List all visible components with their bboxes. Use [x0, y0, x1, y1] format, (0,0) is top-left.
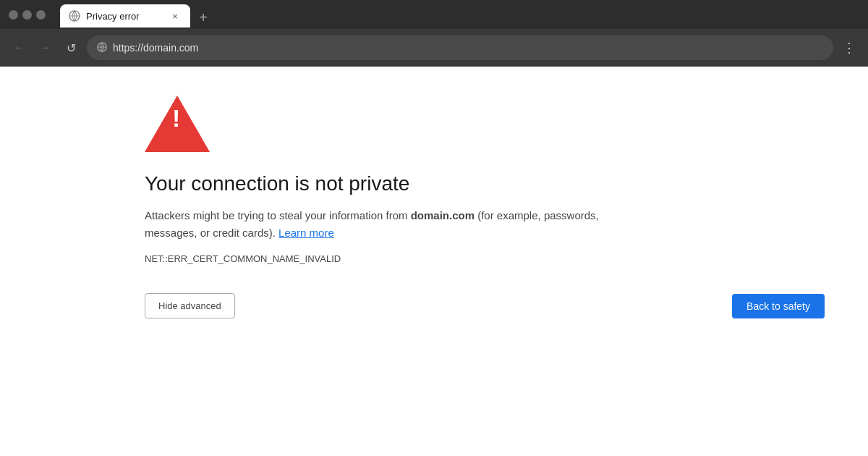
back-to-safety-button[interactable]: Back to safety: [732, 294, 825, 318]
url-text: https://domain.com: [113, 42, 198, 54]
window-dot-maximize[interactable]: [36, 10, 46, 20]
description-domain: domain.com: [411, 209, 475, 221]
tab-title: Privacy error: [86, 11, 163, 22]
exclamation-mark: !: [172, 106, 180, 130]
new-tab-button[interactable]: +: [193, 7, 213, 28]
title-bar: Privacy error × +: [0, 0, 868, 29]
browser-chrome: Privacy error × + ← → ↺ https://domain.c…: [0, 0, 868, 67]
url-globe-icon: [97, 42, 107, 54]
address-bar: ← → ↺ https://domain.com ⋮: [0, 29, 868, 67]
url-bar[interactable]: https://domain.com: [87, 35, 833, 60]
window-dot-minimize[interactable]: [22, 10, 32, 20]
learn-more-link[interactable]: Learn more: [278, 227, 334, 239]
browser-menu-button[interactable]: ⋮: [839, 38, 859, 58]
description-part1: Attackers might be trying to steal your …: [145, 209, 411, 221]
warning-icon-container: !: [145, 96, 825, 155]
tab-favicon: [69, 10, 80, 22]
error-title: Your connection is not private: [145, 172, 825, 195]
window-dot-close[interactable]: [9, 10, 18, 20]
active-tab[interactable]: Privacy error ×: [60, 4, 190, 28]
tab-close-button[interactable]: ×: [169, 9, 182, 22]
hide-advanced-button[interactable]: Hide advanced: [145, 293, 235, 318]
back-button[interactable]: ←: [9, 38, 29, 58]
error-page: ! Your connection is not private Attacke…: [0, 67, 868, 430]
tab-bar: Privacy error × +: [51, 1, 222, 28]
reload-button[interactable]: ↺: [61, 38, 81, 58]
error-code: NET::ERR_CERT_COMMON_NAME_INVALID: [145, 253, 825, 264]
error-description: Attackers might be trying to steal your …: [145, 207, 637, 242]
forward-button[interactable]: →: [35, 38, 55, 58]
warning-triangle-icon: !: [145, 96, 210, 152]
window-controls: [9, 10, 46, 20]
button-row: Hide advanced Back to safety: [145, 293, 825, 318]
